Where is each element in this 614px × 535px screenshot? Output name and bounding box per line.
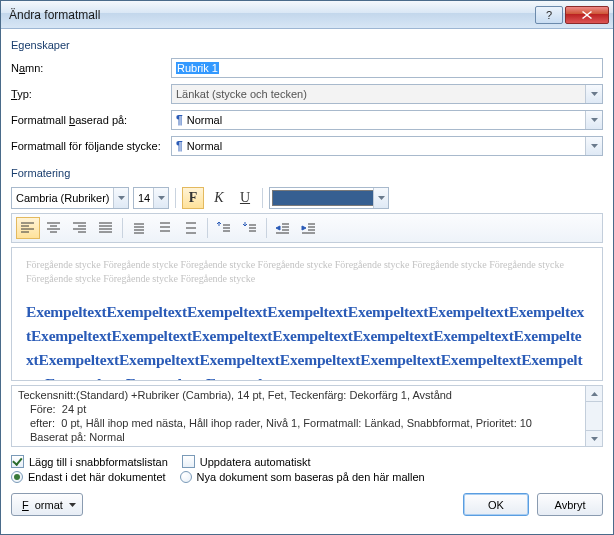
preview-preceding-text: Föregående stycke Föregående stycke Före… <box>26 258 588 286</box>
label-following: Formatmall för följande stycke: <box>11 140 171 152</box>
name-input[interactable]: Rubrik 1 <box>171 58 603 78</box>
checkbox-icon <box>11 455 24 468</box>
chevron-down-icon <box>585 85 602 103</box>
formatting-group-label: Formatering <box>11 167 603 179</box>
type-combo[interactable]: Länkat (stycke och tecken) <box>171 84 603 104</box>
options-row-2: Endast i det här dokumentet Nya dokument… <box>11 471 603 483</box>
based-on-value: Normal <box>187 114 222 126</box>
radio-icon <box>180 471 192 483</box>
font-family-combo[interactable]: Cambria (Rubriker) <box>11 187 129 209</box>
font-color-combo[interactable] <box>269 187 389 209</box>
scroll-up-icon[interactable] <box>586 386 602 402</box>
label-name: Namn: <box>11 62 171 74</box>
description-scrollbar[interactable] <box>585 386 602 446</box>
font-family-value: Cambria (Rubriker) <box>16 192 110 204</box>
separator <box>175 188 176 208</box>
label-type: Typ: <box>11 88 171 100</box>
indent-decrease-button[interactable] <box>271 217 295 239</box>
following-combo[interactable]: ¶ Normal <box>171 136 603 156</box>
pilcrow-icon: ¶ <box>176 139 183 153</box>
new-docs-radio[interactable]: Nya dokument som baseras på den här mall… <box>180 471 425 483</box>
pilcrow-icon: ¶ <box>176 113 183 127</box>
radio-icon <box>11 471 23 483</box>
align-center-button[interactable] <box>42 217 66 239</box>
label-based-on: Formatmall baserad på: <box>11 114 171 126</box>
chevron-down-icon <box>153 188 168 208</box>
paragraph-toolbar <box>11 213 603 243</box>
line-spacing-1-button[interactable] <box>127 217 151 239</box>
only-this-doc-radio[interactable]: Endast i det här dokumentet <box>11 471 166 483</box>
bold-button[interactable]: F <box>182 187 204 209</box>
only-this-doc-label: Endast i det här dokumentet <box>28 471 166 483</box>
options-row-1: Lägg till i snabbformatslistan Uppdatera… <box>11 455 603 468</box>
scroll-track[interactable] <box>586 402 602 430</box>
align-left-button[interactable] <box>16 217 40 239</box>
row-following: Formatmall för följande stycke: ¶ Normal <box>11 135 603 157</box>
new-docs-label: Nya dokument som baseras på den här mall… <box>197 471 425 483</box>
space-before-inc-button[interactable] <box>212 217 236 239</box>
properties-group-label: Egenskaper <box>11 39 603 51</box>
chevron-down-icon <box>585 111 602 129</box>
line-spacing-15-button[interactable] <box>153 217 177 239</box>
preview-sample-text: ExempeltextExempeltextExempeltextExempel… <box>26 300 588 381</box>
underline-button[interactable]: U <box>234 187 256 209</box>
modify-style-dialog: Ändra formatmall ? Egenskaper Namn: Rubr… <box>0 0 614 535</box>
window-buttons: ? <box>533 6 609 24</box>
ok-button[interactable]: OK <box>463 493 529 516</box>
font-size-combo[interactable]: 14 <box>133 187 169 209</box>
window-title: Ändra formatmall <box>9 8 533 22</box>
separator <box>262 188 263 208</box>
dialog-buttons: Format OK Avbryt <box>11 493 603 516</box>
style-preview: Föregående stycke Föregående stycke Före… <box>11 247 603 381</box>
close-button[interactable] <box>565 6 609 24</box>
chevron-down-icon <box>69 503 76 507</box>
auto-update-label: Uppdatera automatiskt <box>200 456 311 468</box>
row-name: Namn: Rubrik 1 <box>11 57 603 79</box>
help-button[interactable]: ? <box>535 6 563 24</box>
chevron-down-icon <box>373 188 388 208</box>
cancel-button[interactable]: Avbryt <box>537 493 603 516</box>
description-text: Teckensnitt:(Standard) +Rubriker (Cambri… <box>12 386 585 446</box>
line-spacing-2-button[interactable] <box>179 217 203 239</box>
row-type: Typ: Länkat (stycke och tecken) <box>11 83 603 105</box>
titlebar: Ändra formatmall ? <box>1 1 613 29</box>
row-based-on: Formatmall baserad på: ¶ Normal <box>11 109 603 131</box>
checkbox-icon <box>182 455 195 468</box>
type-value: Länkat (stycke och tecken) <box>176 88 307 100</box>
font-toolbar: Cambria (Rubriker) 14 F K U <box>11 187 603 209</box>
color-swatch <box>272 190 386 206</box>
chevron-down-icon <box>113 188 128 208</box>
auto-update-checkbox[interactable]: Uppdatera automatiskt <box>182 455 311 468</box>
following-value: Normal <box>187 140 222 152</box>
separator <box>207 218 208 238</box>
font-size-value: 14 <box>138 192 150 204</box>
dialog-content: Egenskaper Namn: Rubrik 1 Typ: Länkat (s… <box>1 29 613 534</box>
add-to-quick-checkbox[interactable]: Lägg till i snabbformatslistan <box>11 455 168 468</box>
scroll-down-icon[interactable] <box>586 430 602 446</box>
separator <box>266 218 267 238</box>
add-to-quick-label: Lägg till i snabbformatslistan <box>29 456 168 468</box>
format-button[interactable]: Format <box>11 493 83 516</box>
chevron-down-icon <box>585 137 602 155</box>
style-description: Teckensnitt:(Standard) +Rubriker (Cambri… <box>11 385 603 447</box>
align-right-button[interactable] <box>68 217 92 239</box>
indent-increase-button[interactable] <box>297 217 321 239</box>
align-justify-button[interactable] <box>94 217 118 239</box>
italic-button[interactable]: K <box>208 187 230 209</box>
based-on-combo[interactable]: ¶ Normal <box>171 110 603 130</box>
space-before-dec-button[interactable] <box>238 217 262 239</box>
separator <box>122 218 123 238</box>
